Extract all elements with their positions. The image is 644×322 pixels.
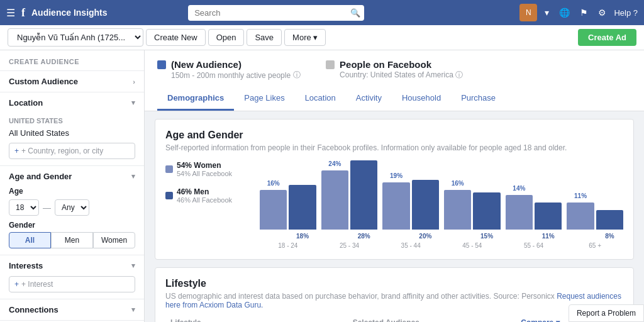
new-audience-color — [157, 60, 166, 69]
age-gender-card: Age and Gender Self-reported information… — [155, 119, 634, 260]
open-button[interactable]: Open — [208, 29, 245, 46]
sidebar-item-custom[interactable]: Custom Audience › — [0, 71, 144, 92]
col-lifestyle: Lifestyle — [165, 314, 348, 322]
gender-buttons: All Men Women — [9, 232, 135, 248]
men-bar: 11% — [535, 203, 562, 230]
sidebar-item-interests[interactable]: Interests ▾ — [0, 255, 144, 276]
sidebar: CREATE AUDIENCE Custom Audience › Locati… — [0, 50, 145, 322]
sidebar-section-interests: Interests ▾ + + Interest — [0, 255, 144, 299]
bar-col: 14% 11% 55 - 64 — [506, 160, 562, 249]
women-bar: 16% — [260, 190, 287, 230]
tabs-row: Demographics Page Likes Location Activit… — [157, 87, 631, 111]
interest-input[interactable]: + + Interest — [9, 276, 135, 292]
save-button[interactable]: Save — [247, 29, 282, 46]
content-area: (New Audience) 150m - 200m monthly activ… — [145, 50, 644, 322]
chevron-down-icon: ▾ — [313, 33, 318, 42]
age-from-select[interactable]: 18 — [9, 199, 39, 216]
audience-select[interactable]: Nguyễn Vũ Tuấn Anh (1725... — [8, 28, 143, 47]
location-input[interactable]: + + Country, region, or city — [9, 143, 135, 159]
sidebar-section-location: Location ▾ UNITED STATES All United Stat… — [0, 92, 144, 165]
create-new-button[interactable]: Create New — [146, 29, 206, 46]
sidebar-section-age-gender: Age and Gender ▾ Age 18 — Any Gender All — [0, 165, 144, 255]
chart-legend: 54% Women 54% All Facebook 46% Men 46% A… — [165, 161, 247, 249]
new-audience-sub: 150m - 200m monthly active people ⓘ — [171, 70, 301, 80]
tab-page-likes[interactable]: Page Likes — [234, 87, 294, 111]
bars-container: 16% 18% 18 - 24 24% 28% 25 - 34 19% 20% — [260, 161, 623, 249]
gender-all-button[interactable]: All — [9, 232, 51, 248]
age-row: 18 — Any — [9, 199, 135, 216]
report-problem-button[interactable]: Report a Problem — [569, 304, 644, 322]
women-bar: 16% — [444, 190, 471, 230]
age-label: 35 - 44 — [401, 242, 421, 249]
avatar: N — [519, 4, 537, 21]
chart-section: 54% Women 54% All Facebook 46% Men 46% A… — [165, 161, 623, 249]
sidebar-item-age-gender[interactable]: Age and Gender ▾ — [0, 166, 144, 187]
sidebar-section-connections: Connections ▾ — [0, 299, 144, 320]
bar-col: 19% 20% 35 - 44 — [382, 160, 439, 249]
new-audience-block: (New Audience) 150m - 200m monthly activ… — [157, 59, 301, 80]
sidebar-item-location[interactable]: Location ▾ — [0, 92, 144, 113]
men-bar: 8% — [596, 210, 623, 230]
tab-location[interactable]: Location — [295, 87, 346, 111]
age-label: 18 - 24 — [278, 242, 297, 249]
legend-men: 46% Men 46% All Facebook — [165, 187, 247, 204]
tab-demographics[interactable]: Demographics — [157, 87, 234, 111]
tab-purchase[interactable]: Purchase — [451, 87, 506, 111]
new-audience-name: (New Audience) — [171, 59, 301, 70]
bar-col: 16% 18% 18 - 24 — [260, 160, 316, 249]
content-cards: Age and Gender Self-reported information… — [145, 111, 644, 322]
legend-women: 54% Women 54% All Facebook — [165, 161, 247, 177]
search-input[interactable] — [188, 5, 364, 21]
age-gender-subtitle: Self-reported information from people in… — [165, 143, 623, 152]
women-bar: 24% — [321, 170, 348, 230]
sidebar-section-custom: Custom Audience › — [0, 70, 144, 92]
women-bar: 11% — [567, 203, 594, 230]
audience-header: (New Audience) 150m - 200m monthly activ… — [145, 50, 644, 111]
toolbar: Nguyễn Vũ Tuấn Anh (1725... Create New O… — [0, 25, 644, 50]
top-navigation: ☰ f Audience Insights 🔍 N ▾ 🌐 ⚑ ⚙ Help ? — [0, 0, 644, 25]
age-gender-sub-section: Age 18 — Any Gender All Men Women — [0, 187, 144, 255]
pof-sub: Country: United States of America ⓘ — [340, 70, 463, 80]
nav-dropdown-icon[interactable]: ▾ — [542, 6, 552, 19]
flag-icon[interactable]: ⚑ — [577, 6, 591, 19]
chevron-down-interests-icon: ▾ — [131, 262, 135, 270]
men-bar: 28% — [350, 160, 377, 230]
interest-plus-icon: + — [14, 280, 19, 289]
info-icon-new[interactable]: ⓘ — [293, 70, 301, 80]
chevron-down-loc-icon: ▾ — [131, 99, 135, 107]
men-bar: 20% — [412, 180, 439, 230]
age-label: 55 - 64 — [524, 242, 543, 249]
men-bar: 15% — [473, 192, 500, 230]
audience-info-row: (New Audience) 150m - 200m monthly activ… — [157, 59, 631, 80]
tab-household[interactable]: Household — [392, 87, 451, 111]
tab-activity[interactable]: Activity — [346, 87, 392, 111]
age-gender-title: Age and Gender — [165, 130, 623, 141]
nav-right: N ▾ 🌐 ⚑ ⚙ Help ? — [519, 4, 638, 21]
bar-col: 24% 28% 25 - 34 — [321, 160, 378, 249]
menu-icon[interactable]: ☰ — [6, 7, 15, 19]
lifestyle-card: Lifestyle US demographic and interest da… — [155, 267, 634, 322]
pof-color — [326, 60, 335, 69]
help-button[interactable]: Help ? — [614, 8, 638, 18]
age-label: 25 - 34 — [340, 242, 359, 249]
globe-icon[interactable]: 🌐 — [557, 6, 572, 19]
search-bar: 🔍 — [188, 5, 364, 21]
search-icon[interactable]: 🔍 — [350, 8, 360, 18]
chevron-right-icon: › — [133, 78, 135, 86]
age-to-select[interactable]: Any — [55, 199, 89, 216]
gender-men-button[interactable]: Men — [51, 232, 93, 248]
lifestyle-title: Lifestyle — [165, 278, 623, 289]
women-bar: 19% — [382, 182, 409, 230]
bar-chart: 16% 18% 18 - 24 24% 28% 25 - 34 19% 20% — [260, 161, 623, 249]
location-sub-section: UNITED STATES All United States + + Coun… — [0, 113, 144, 165]
create-ad-button[interactable]: Create Ad — [578, 29, 636, 46]
bar-col: 11% 8% 65 + — [567, 160, 623, 249]
men-bar: 18% — [289, 185, 316, 230]
more-button[interactable]: More ▾ — [284, 29, 326, 46]
gender-women-button[interactable]: Women — [93, 232, 135, 248]
info-icon-pof[interactable]: ⓘ — [455, 70, 463, 79]
plus-icon: + — [14, 147, 19, 155]
sidebar-item-connections[interactable]: Connections ▾ — [0, 299, 144, 320]
pof-block: People on Facebook Country: United State… — [326, 59, 463, 80]
settings-icon[interactable]: ⚙ — [596, 6, 609, 19]
